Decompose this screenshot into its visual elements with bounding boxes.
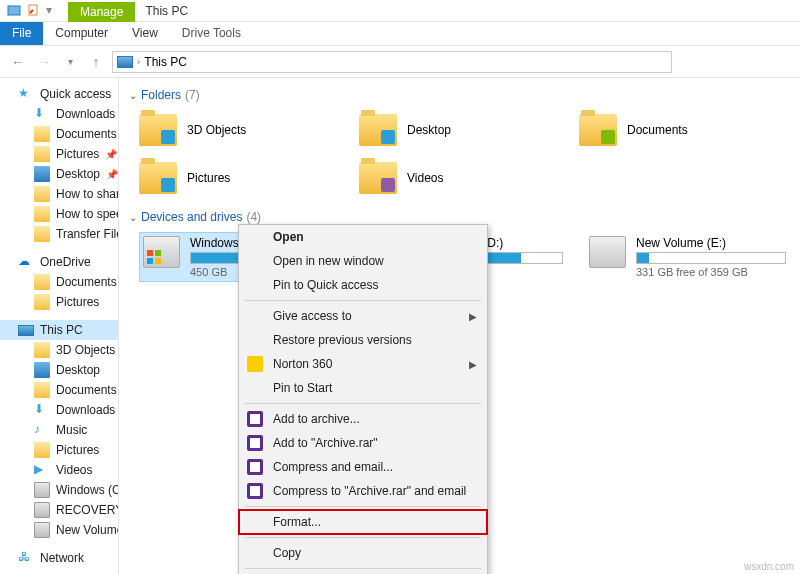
chevron-down-icon: ⌄	[129, 212, 137, 223]
nav-pc-recovery-d[interactable]: RECOVERY (D:)	[0, 500, 118, 520]
desktop-icon	[34, 362, 50, 378]
address-bar: ← → ▾ ↑ › This PC	[0, 46, 800, 78]
nav-pc-pictures[interactable]: Pictures	[0, 440, 118, 460]
nav-pc-downloads[interactable]: ⬇Downloads	[0, 400, 118, 420]
watermark: wsxdn.com	[744, 561, 794, 572]
ctx-copy[interactable]: Copy	[239, 541, 487, 565]
nav-qa-howshare[interactable]: How to share your F	[0, 184, 118, 204]
breadcrumb-chevron-icon[interactable]: ›	[137, 56, 140, 67]
folder-videos[interactable]: Videos	[359, 154, 559, 202]
folder-icon	[34, 294, 50, 310]
drive-usage-bar	[636, 252, 786, 264]
nav-od-pictures[interactable]: Pictures	[0, 292, 118, 312]
nav-qa-pictures[interactable]: Pictures📌	[0, 144, 118, 164]
folder-icon	[34, 274, 50, 290]
ctx-pin-start[interactable]: Pin to Start	[239, 376, 487, 400]
winrar-icon	[247, 483, 263, 499]
pin-icon: 📌	[106, 169, 118, 180]
ribbon-tab-view[interactable]: View	[120, 22, 170, 45]
ctx-restore-previous[interactable]: Restore previous versions	[239, 328, 487, 352]
ctx-compress-email[interactable]: Compress and email...	[239, 455, 487, 479]
nav-label: Documents	[56, 127, 117, 141]
folder-icon	[34, 342, 50, 358]
folder-pictures[interactable]: Pictures	[139, 154, 339, 202]
nav-label: Network	[40, 551, 84, 565]
nav-label: RECOVERY (D:)	[56, 503, 119, 517]
qat-properties-icon[interactable]	[26, 3, 42, 19]
pin-icon: 📌	[105, 149, 117, 160]
ctx-separator	[245, 506, 481, 507]
ctx-open[interactable]: Open	[239, 225, 487, 249]
nav-label: Documents	[56, 383, 117, 397]
qat-dropdown-icon[interactable]: ▾	[46, 3, 62, 19]
ctx-separator	[245, 403, 481, 404]
nav-label: 3D Objects	[56, 343, 115, 357]
ctx-label: Compress to "Archive.rar" and email	[273, 484, 466, 498]
nav-pc-documents[interactable]: Documents	[0, 380, 118, 400]
folder-label: Desktop	[407, 123, 451, 137]
folder-icon	[34, 382, 50, 398]
ctx-give-access-to[interactable]: Give access to▶	[239, 304, 487, 328]
group-header-folders[interactable]: ⌄ Folders (7)	[129, 84, 790, 106]
breadcrumb-location[interactable]: This PC	[144, 55, 187, 69]
nav-pc-videos[interactable]: ▶Videos	[0, 460, 118, 480]
pc-icon	[18, 325, 34, 336]
ribbon-tab-computer[interactable]: Computer	[43, 22, 120, 45]
download-icon: ⬇	[34, 106, 50, 122]
ctx-add-archive-rar[interactable]: Add to "Archive.rar"	[239, 431, 487, 455]
contextual-tab-group: Manage	[68, 0, 135, 22]
nav-qa-howspeed[interactable]: How to speed up a	[0, 204, 118, 224]
ctx-label: Give access to	[273, 309, 352, 323]
nav-qa-transfer[interactable]: Transfer Files from A	[0, 224, 118, 244]
folder-label: Documents	[627, 123, 688, 137]
nav-onedrive[interactable]: ☁OneDrive	[0, 252, 118, 272]
nav-pc-desktop[interactable]: Desktop	[0, 360, 118, 380]
nav-od-documents[interactable]: Documents	[0, 272, 118, 292]
ctx-separator	[245, 300, 481, 301]
folder-3d-objects[interactable]: 3D Objects	[139, 106, 339, 154]
nav-network[interactable]: 🖧Network	[0, 548, 118, 568]
hdd-icon	[34, 522, 50, 538]
star-icon: ★	[18, 86, 34, 102]
hdd-icon	[34, 502, 50, 518]
nav-qa-desktop[interactable]: Desktop📌	[0, 164, 118, 184]
ctx-format[interactable]: Format...	[239, 510, 487, 534]
folder-icon	[359, 114, 397, 146]
folder-desktop[interactable]: Desktop	[359, 106, 559, 154]
music-icon: ♪	[34, 422, 50, 438]
ctx-norton-360[interactable]: Norton 360▶	[239, 352, 487, 376]
onedrive-icon: ☁	[18, 254, 34, 270]
nav-recent-dropdown[interactable]: ▾	[60, 52, 80, 72]
ribbon-tab-drive-tools[interactable]: Drive Tools	[170, 22, 253, 45]
contextual-tab-manage[interactable]: Manage	[68, 2, 135, 22]
nav-qa-documents[interactable]: Documents📌	[0, 124, 118, 144]
nav-up-button[interactable]: ↑	[86, 52, 106, 72]
ctx-open-new-window[interactable]: Open in new window	[239, 249, 487, 273]
folder-icon	[34, 186, 50, 202]
folder-icon	[139, 114, 177, 146]
nav-label: Documents	[56, 275, 117, 289]
nav-forward-button[interactable]: →	[34, 52, 54, 72]
nav-pc-windows-c[interactable]: Windows (C:)	[0, 480, 118, 500]
ribbon-tab-file[interactable]: File	[0, 22, 43, 45]
nav-this-pc[interactable]: This PC	[0, 320, 118, 340]
address-box[interactable]: › This PC	[112, 51, 672, 73]
hdd-icon	[34, 482, 50, 498]
winrar-icon	[247, 411, 263, 427]
nav-back-button[interactable]: ←	[8, 52, 28, 72]
nav-qa-downloads[interactable]: ⬇Downloads📌	[0, 104, 118, 124]
nav-pc-music[interactable]: ♪Music	[0, 420, 118, 440]
ctx-add-archive[interactable]: Add to archive...	[239, 407, 487, 431]
nav-pc-3dobjects[interactable]: 3D Objects	[0, 340, 118, 360]
ctx-pin-quick-access[interactable]: Pin to Quick access	[239, 273, 487, 297]
nav-pc-newvol-e[interactable]: New Volume (E:)	[0, 520, 118, 540]
folder-label: Pictures	[187, 171, 230, 185]
nav-quick-access[interactable]: ★Quick access	[0, 84, 118, 104]
window-title: This PC	[135, 4, 188, 18]
ctx-compress-rar-email[interactable]: Compress to "Archive.rar" and email	[239, 479, 487, 503]
drive-newvol-e[interactable]: New Volume (E:) 331 GB free of 359 GB	[585, 232, 790, 282]
winrar-icon	[247, 435, 263, 451]
group-count: (4)	[246, 210, 261, 224]
chevron-down-icon: ⌄	[129, 90, 137, 101]
folder-documents[interactable]: Documents	[579, 106, 779, 154]
